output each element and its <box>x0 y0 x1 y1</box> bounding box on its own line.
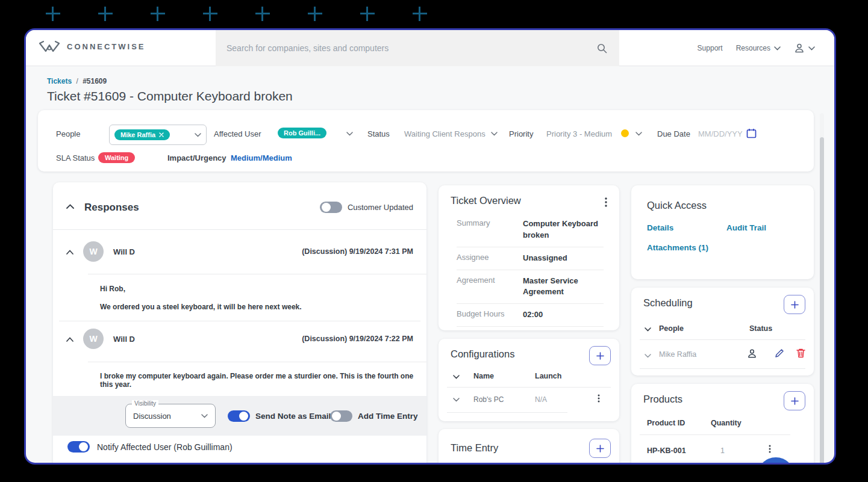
audit-trail-link[interactable]: Audit Trail <box>726 223 766 232</box>
ticket-fields-card: People Mike Raffia Affected User Rob Gui… <box>38 110 814 171</box>
collapse-chevron-up-icon[interactable] <box>66 337 73 342</box>
scheduling-person: Mike Raffia <box>659 350 696 359</box>
send-note-toggle[interactable] <box>228 410 250 422</box>
kebab-menu-icon[interactable] <box>605 197 607 207</box>
decor-plus-icon <box>255 7 270 21</box>
header-nav: Support Resources <box>698 30 815 66</box>
plus-icon <box>791 301 799 309</box>
breadcrumb-tickets-link[interactable]: Tickets <box>47 77 72 85</box>
plus-icon <box>596 445 604 453</box>
resources-menu[interactable]: Resources <box>736 44 781 52</box>
scrollbar-thumb[interactable] <box>820 137 824 465</box>
impact-urgency-label: Impact/Urgency <box>167 153 226 162</box>
kebab-menu-icon[interactable] <box>598 394 600 403</box>
people-chip[interactable]: Mike Raffia <box>114 129 170 140</box>
time-entry-card: Time Entry <box>439 429 619 465</box>
customer-updated-toggle[interactable] <box>320 202 342 213</box>
chevron-down-icon[interactable] <box>635 132 642 136</box>
add-time-toggle[interactable] <box>330 410 352 422</box>
calendar-icon[interactable] <box>746 128 757 138</box>
products-col-qty: Quantity <box>711 419 742 427</box>
ticket-overview-card: Ticket Overview Summary Computer Keyboar… <box>439 185 619 330</box>
chevron-down-icon[interactable] <box>453 398 460 402</box>
product-id: HP-KB-001 <box>647 446 686 455</box>
notify-label: Notify Affected User (Rob Guilliman) <box>97 442 233 452</box>
delete-trash-icon[interactable] <box>796 348 805 358</box>
page-scrollbar[interactable] <box>820 113 824 465</box>
add-time-control: Add Time Entry <box>330 410 418 422</box>
add-product-button[interactable] <box>784 391 805 410</box>
decor-plus-icon <box>151 7 165 21</box>
breadcrumb: Tickets / #51609 <box>47 77 107 85</box>
configuration-name[interactable]: Rob's PC <box>473 395 504 404</box>
note-text-input[interactable] <box>116 464 399 465</box>
user-icon <box>794 43 805 54</box>
entry-text-line: Hi Rob, <box>100 285 125 293</box>
entry-meta: (Discussion) 9/19/2024 7:22 PM <box>302 335 413 343</box>
decor-plus-icon <box>46 7 60 21</box>
notify-toggle[interactable] <box>67 441 90 453</box>
ticket-overview-title: Ticket Overview <box>451 195 521 206</box>
brand-logo: CONNECTWISE <box>38 40 146 53</box>
add-configuration-button[interactable] <box>589 346 611 365</box>
chip-remove-icon[interactable] <box>159 132 164 137</box>
attachments-link[interactable]: Attachments (1) <box>647 243 708 252</box>
support-link[interactable]: Support <box>698 44 723 52</box>
people-label: People <box>56 129 80 138</box>
entry-text-line: We ordered you a steel keyboard, it will… <box>100 303 302 311</box>
assign-user-icon[interactable] <box>747 348 757 359</box>
configurations-col-name: Name <box>473 372 494 380</box>
chevron-down-icon[interactable] <box>645 327 651 332</box>
visibility-label: Visibility <box>132 400 158 407</box>
top-header: CONNECTWISE Support Resources <box>26 30 834 66</box>
add-schedule-button[interactable] <box>784 295 805 314</box>
entry-author: Will D <box>113 247 135 256</box>
add-time-label: Add Time Entry <box>358 412 418 421</box>
ticket-overview-rows: Summary Computer Keyboard broken Assigne… <box>457 213 604 327</box>
send-note-label: Send Note as Email <box>255 412 331 421</box>
visibility-select[interactable]: Visibility Discussion <box>125 404 216 428</box>
scheduling-col-people: People <box>659 324 684 333</box>
avatar: W <box>83 241 104 262</box>
collapse-chevron-up-icon[interactable] <box>66 250 73 255</box>
priority-value[interactable]: Priority 3 - Medium <box>546 129 612 138</box>
chevron-down-icon[interactable] <box>491 132 498 136</box>
decor-plus-icon <box>360 7 375 21</box>
status-value[interactable]: Waiting Client Respons <box>404 129 486 138</box>
breadcrumb-current: #51609 <box>83 77 107 85</box>
send-note-control: Send Note as Email <box>228 410 331 422</box>
affected-user-chip[interactable]: Rob Guilli... <box>278 128 326 138</box>
note-composer: Visibility Discussion Send Note as Email… <box>53 396 426 436</box>
chevron-down-icon[interactable] <box>346 132 353 136</box>
brand-name: CONNECTWISE <box>67 42 146 51</box>
products-title: Products <box>643 394 682 405</box>
people-select[interactable]: Mike Raffia <box>109 125 207 145</box>
notify-affected-user-control: Notify Affected User (Rob Guilliman) <box>67 441 233 453</box>
responses-card: Responses Customer Updated W Will D (Dis… <box>53 182 426 465</box>
edit-pencil-icon[interactable] <box>775 348 784 358</box>
decor-plus-icon <box>98 7 113 21</box>
impact-urgency-value: Medium/Medium <box>231 153 292 162</box>
collapse-chevron-up-icon[interactable] <box>66 204 74 209</box>
details-link[interactable]: Details <box>647 223 673 232</box>
plus-icon <box>596 352 604 360</box>
search-icon[interactable] <box>597 43 607 54</box>
chevron-down-icon[interactable] <box>453 375 460 379</box>
visibility-value: Discussion <box>133 412 171 421</box>
chevron-down-icon <box>808 46 815 51</box>
kebab-menu-icon[interactable] <box>769 445 771 453</box>
search-input[interactable] <box>216 43 597 53</box>
chevron-down-icon <box>201 414 208 418</box>
due-date-input[interactable]: MM/DD/YYY <box>698 129 743 138</box>
add-time-entry-button[interactable] <box>589 439 611 458</box>
configurations-col-launch: Launch <box>535 372 561 380</box>
time-entry-title: Time Entry <box>451 442 498 454</box>
priority-dot <box>621 129 629 137</box>
scheduling-card: Scheduling People Status Mike Raffia <box>631 288 814 375</box>
chevron-down-icon[interactable] <box>645 354 651 358</box>
scheduling-col-status: Status <box>749 324 772 333</box>
fields-row-1: People Mike Raffia Affected User Rob Gui… <box>56 125 797 145</box>
status-label: Status <box>367 129 390 138</box>
user-menu[interactable] <box>794 43 815 54</box>
decor-plus-icon <box>308 7 322 21</box>
